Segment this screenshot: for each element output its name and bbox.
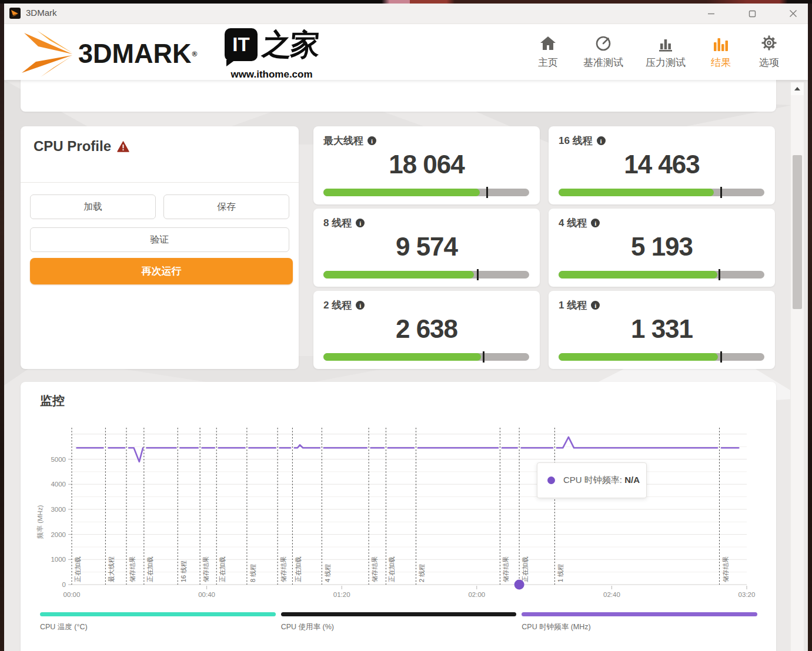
load-button[interactable]: 加载 xyxy=(30,194,156,219)
nav-label: 主页 xyxy=(538,56,558,69)
divider xyxy=(21,182,299,183)
score-bar xyxy=(559,189,764,196)
scrolled-card-remnant xyxy=(21,78,776,112)
cpu-profile-panel: CPU Profile 加载 保存 验证 再次运行 xyxy=(21,126,299,369)
score-bar-marker xyxy=(719,269,720,280)
gear-icon xyxy=(760,33,778,52)
nav-item-home[interactable]: 主页 xyxy=(535,33,561,69)
monitor-title: 监控 xyxy=(40,392,65,409)
main-nav: 主页基准测试压力测试结果选项 xyxy=(535,33,782,69)
score-bar-marker xyxy=(720,187,722,198)
score-bar-fill xyxy=(323,353,481,361)
3dmark-emblem-icon xyxy=(21,31,75,78)
legend-item-3[interactable]: CPU 时钟频率 (MHz) xyxy=(522,612,757,632)
legend-item-2[interactable]: CPU 使用率 (%) xyxy=(281,612,517,632)
desktop: 3DMark xyxy=(0,0,812,651)
event-label: 储存结果 xyxy=(129,556,136,582)
legend-label: CPU 温度 (°C) xyxy=(40,622,276,632)
event-label: 储存结果 xyxy=(371,556,378,582)
nav-item-options[interactable]: 选项 xyxy=(756,33,782,69)
score-bar-marker xyxy=(486,187,488,198)
brand-name: 3DMARK xyxy=(78,38,192,69)
3dmark-window: 3DMark xyxy=(4,4,808,651)
result-score: 18 064 xyxy=(313,150,540,179)
x-tick-label: 00:40 xyxy=(198,591,215,598)
nav-item-benchmarks[interactable]: 基准测试 xyxy=(583,33,623,69)
ithome-url: www.ithome.com xyxy=(230,69,312,80)
result-card-5: 2 线程i2 638 xyxy=(313,291,540,369)
speech-tail xyxy=(226,60,235,66)
ithome-logo: IT 之家 www.ithome.com xyxy=(223,28,320,80)
tooltip-series: CPU 时钟频率: xyxy=(563,475,622,485)
score-bar xyxy=(559,271,764,278)
info-icon[interactable]: i xyxy=(591,301,600,310)
result-card-6: 1 线程i1 331 xyxy=(549,291,775,369)
window-title: 3DMark xyxy=(26,8,57,18)
cursor-point xyxy=(514,580,524,590)
event-label: 正在加载 xyxy=(219,556,226,582)
result-label: 2 线程 xyxy=(323,298,352,312)
series-line xyxy=(557,437,717,448)
result-card-3: 8 线程i9 574 xyxy=(313,209,540,287)
result-label: 4 线程 xyxy=(559,216,587,230)
home-icon xyxy=(539,33,557,52)
results-bars-icon xyxy=(712,33,730,52)
close-button[interactable] xyxy=(786,6,801,21)
event-label: 2 线程 xyxy=(418,564,425,582)
info-icon[interactable]: i xyxy=(597,136,606,145)
nav-label: 选项 xyxy=(759,56,779,69)
nav-label: 结果 xyxy=(711,56,731,69)
y-tick-label: 0 xyxy=(62,581,66,588)
app-icon xyxy=(9,8,21,19)
y-tick-label: 5000 xyxy=(51,456,66,463)
y-tick-label: 2000 xyxy=(51,531,66,538)
legend-color-bar xyxy=(281,612,517,616)
scroll-up-arrow[interactable] xyxy=(791,82,804,95)
score-bar-fill xyxy=(559,189,714,196)
result-label: 1 线程 xyxy=(559,298,587,312)
nav-item-stress-tests[interactable]: 压力测试 xyxy=(646,33,686,69)
result-score: 1 331 xyxy=(549,314,775,344)
event-label: 正在加载 xyxy=(522,556,529,582)
monitor-chart[interactable]: 010002000300040005000频率 (MHz)00:0000:400… xyxy=(35,416,782,610)
tooltip-value: N/A xyxy=(624,475,640,485)
bars-icon xyxy=(657,33,674,52)
run-again-button[interactable]: 再次运行 xyxy=(30,258,293,284)
results-card-grid: 最大线程i18 06416 线程i14 4638 线程i9 5744 线程i5 … xyxy=(313,126,775,369)
event-label: 8 线程 xyxy=(249,564,256,582)
ithome-script: 之家 xyxy=(261,28,320,61)
event-label: 16 线程 xyxy=(180,561,187,582)
score-bar-fill xyxy=(323,271,474,278)
y-tick-label: 1000 xyxy=(51,556,66,563)
result-score: 14 463 xyxy=(549,150,775,179)
nav-item-results[interactable]: 结果 xyxy=(708,33,734,69)
x-tick-label: 03:20 xyxy=(739,591,756,598)
event-label: 最大线程 xyxy=(108,556,115,582)
result-score: 2 638 xyxy=(313,314,540,344)
x-tick-label: 02:40 xyxy=(603,591,620,598)
score-bar-fill xyxy=(559,353,718,361)
warning-triangle-icon xyxy=(117,141,129,152)
event-label: 储存结果 xyxy=(502,556,509,582)
score-bar xyxy=(323,189,529,196)
maximize-button[interactable] xyxy=(744,6,760,21)
y-axis-title: 频率 (MHz) xyxy=(36,505,44,539)
scrollbar-thumb[interactable] xyxy=(793,155,802,309)
score-bar xyxy=(559,353,764,361)
info-icon[interactable]: i xyxy=(356,219,365,227)
info-icon[interactable]: i xyxy=(591,219,600,227)
info-icon[interactable]: i xyxy=(367,136,376,145)
legend-color-bar xyxy=(40,612,276,616)
event-label: 储存结果 xyxy=(280,556,287,582)
y-tick-label: 4000 xyxy=(51,481,66,488)
x-tick-label: 00:00 xyxy=(64,591,81,598)
info-icon[interactable]: i xyxy=(356,301,365,310)
minimize-button[interactable] xyxy=(703,6,719,21)
x-tick-label: 02:00 xyxy=(468,591,485,598)
score-bar-marker xyxy=(720,351,722,363)
legend-item-1[interactable]: CPU 温度 (°C) xyxy=(40,612,276,632)
verify-button[interactable]: 验证 xyxy=(30,227,289,252)
score-bar xyxy=(323,271,529,278)
x-tick-label: 01:20 xyxy=(333,591,350,598)
save-button[interactable]: 保存 xyxy=(163,194,289,219)
